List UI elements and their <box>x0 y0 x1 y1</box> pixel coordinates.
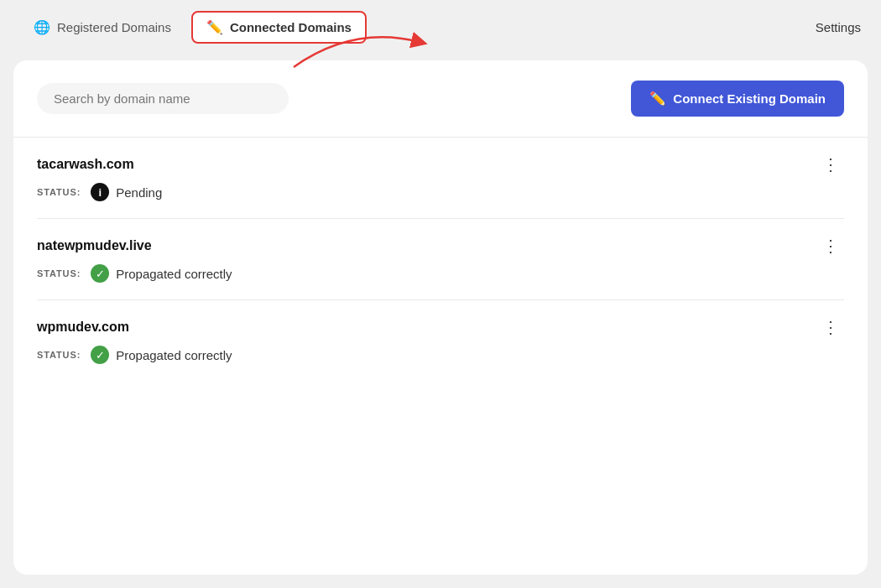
domain-item: wpmudev.com ⋮ STATUS: ✓ Propagated corre… <box>37 300 844 381</box>
domain-header: tacarwash.com ⋮ <box>37 154 844 174</box>
domain-item: tacarwash.com ⋮ STATUS: i Pending <box>37 138 844 219</box>
domain-menu-button[interactable]: ⋮ <box>817 154 844 174</box>
status-label: STATUS: <box>37 350 81 360</box>
search-input[interactable] <box>37 83 289 114</box>
connect-existing-domain-button[interactable]: ✏️ Connect Existing Domain <box>631 81 844 117</box>
domain-menu-button[interactable]: ⋮ <box>817 317 844 337</box>
main-card: ✏️ Connect Existing Domain tacarwash.com… <box>13 60 868 575</box>
toolbar: ✏️ Connect Existing Domain <box>13 60 868 138</box>
check-icon: ✓ <box>91 264 109 283</box>
domain-name: tacarwash.com <box>37 157 134 172</box>
domain-list: tacarwash.com ⋮ STATUS: i Pending natewp… <box>13 138 868 575</box>
domain-header: natewpmudev.live ⋮ <box>37 236 844 256</box>
globe-icon: 🌐 <box>34 19 50 35</box>
domain-status-row: STATUS: ✓ Propagated correctly <box>37 264 844 283</box>
connected-domains-label: Connected Domains <box>230 20 352 34</box>
domain-menu-button[interactable]: ⋮ <box>817 236 844 256</box>
pin-icon: ✏️ <box>206 19 223 35</box>
registered-domains-label: Registered Domains <box>57 20 171 34</box>
domain-item: natewpmudev.live ⋮ STATUS: ✓ Propagated … <box>37 219 844 300</box>
check-icon: ✓ <box>91 346 109 364</box>
status-label: STATUS: <box>37 268 81 278</box>
connect-btn-label: Connect Existing Domain <box>673 91 826 106</box>
info-icon: i <box>91 183 109 201</box>
search-input-wrap <box>37 83 289 114</box>
status-text: Pending <box>116 185 162 200</box>
status-icon-wrap: i Pending <box>91 183 162 201</box>
domain-status-row: STATUS: i Pending <box>37 183 844 201</box>
connect-btn-icon: ✏️ <box>649 91 666 107</box>
tab-connected-domains[interactable]: ✏️ Connected Domains <box>191 11 367 44</box>
domain-status-row: STATUS: ✓ Propagated correctly <box>37 346 844 364</box>
settings-link[interactable]: Settings <box>816 20 861 34</box>
status-text: Propagated correctly <box>116 267 232 281</box>
status-text: Propagated correctly <box>116 348 232 362</box>
tab-registered-domains[interactable]: 🌐 Registered Domains <box>20 13 185 42</box>
domain-name: wpmudev.com <box>37 320 129 335</box>
domain-name: natewpmudev.live <box>37 238 152 253</box>
status-label: STATUS: <box>37 187 81 197</box>
top-nav: 🌐 Registered Domains ✏️ Connected Domain… <box>0 0 881 54</box>
status-icon-wrap: ✓ Propagated correctly <box>91 264 232 283</box>
status-icon-wrap: ✓ Propagated correctly <box>91 346 232 364</box>
domain-header: wpmudev.com ⋮ <box>37 317 844 337</box>
